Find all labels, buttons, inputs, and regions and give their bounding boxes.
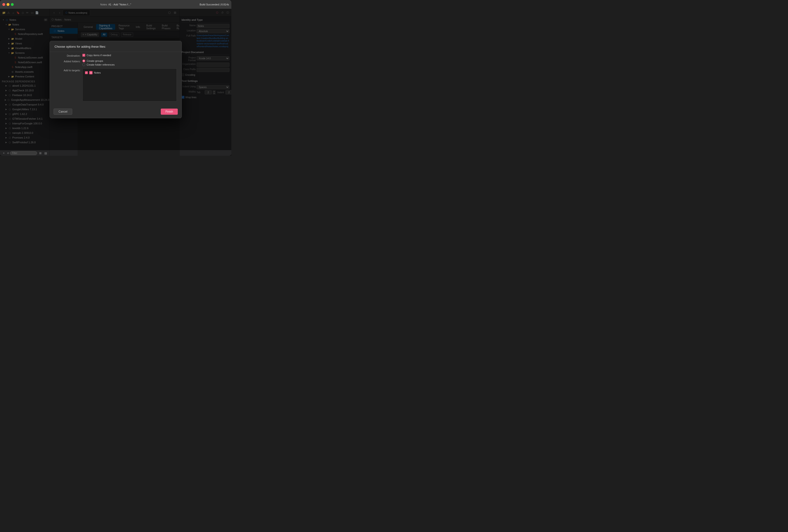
title-bar-center: Notes #1 - Add "Notes f..." [100,3,131,6]
modal-targets-box: ✓ ⊕ Notes [82,68,177,101]
modal-header: Choose options for adding these files: [50,41,181,51]
sidebar-filter-input[interactable] [10,151,37,155]
xcode-window: Notes #1 - Add "Notes f..." Build Succee… [0,0,231,156]
modal-added-folders-label: Added folders: [55,59,80,63]
modal-create-folder-refs[interactable]: Create folder references [82,63,177,66]
finish-button[interactable]: Finish [161,109,178,115]
modal-destination-content: ✓ Copy items if needed [82,54,177,57]
modal-destination-row: Destination: ✓ Copy items if needed [55,54,177,57]
title-bar-right: Build Succeeded | 8.814s [199,3,229,6]
modal-copy-items[interactable]: ✓ Copy items if needed [82,54,177,57]
close-button[interactable] [2,3,5,6]
modal-destination-label: Destination: [55,54,80,57]
sidebar-bottom: + ⊘ ⊞ ▤ [0,150,50,156]
scheme-name: #1 - Add "Notes f..." [109,3,131,6]
window-title: Notes [100,3,107,6]
modal-footer: Cancel Finish [50,107,181,118]
target-notes-checkbox[interactable]: ✓ [85,71,88,74]
modal-added-folders-row: Added folders: Create groups Create fold… [55,59,177,66]
copy-items-checkbox[interactable]: ✓ [82,54,85,57]
copy-items-label: Copy items if needed [87,54,111,57]
minimize-button[interactable] [6,3,9,6]
modal-targets-content: ✓ ⊕ Notes [82,68,177,101]
sidebar-options-button[interactable]: ⊞ [38,151,42,155]
modal-title: Choose options for adding these files: [55,45,106,48]
modal-target-notes[interactable]: ✓ ⊕ Notes [84,70,175,75]
modal-body: Destination: ✓ Copy items if needed Adde… [50,53,181,107]
modal-create-groups[interactable]: Create groups [82,59,177,62]
title-bar: Notes #1 - Add "Notes f..." Build Succee… [0,0,231,9]
modal-targets-label: Add to targets: [55,68,80,72]
modal-overlay: Choose options for adding these files: D… [0,9,231,150]
add-files-modal: Choose options for adding these files: D… [50,41,182,118]
target-notes-icon: ⊕ [89,71,93,74]
traffic-lights [2,3,14,6]
create-groups-label: Create groups [87,59,103,62]
create-folder-refs-radio[interactable] [82,63,85,66]
filter-icon: ⊘ [7,152,9,154]
modal-folders-content: Create groups Create folder references [82,59,177,66]
cancel-button[interactable]: Cancel [54,109,72,115]
create-groups-radio[interactable] [82,59,85,62]
create-folder-refs-label: Create folder references [87,63,115,66]
build-status: Build Succeeded | 8.814s [199,3,229,6]
add-file-button[interactable]: + [2,151,6,155]
target-notes-label: Notes [94,71,101,74]
modal-targets-row: Add to targets: ✓ ⊕ Notes [55,68,177,101]
modal-divider-top [50,52,181,52]
sidebar-layout-button[interactable]: ▤ [44,151,47,155]
maximize-button[interactable] [11,3,14,6]
